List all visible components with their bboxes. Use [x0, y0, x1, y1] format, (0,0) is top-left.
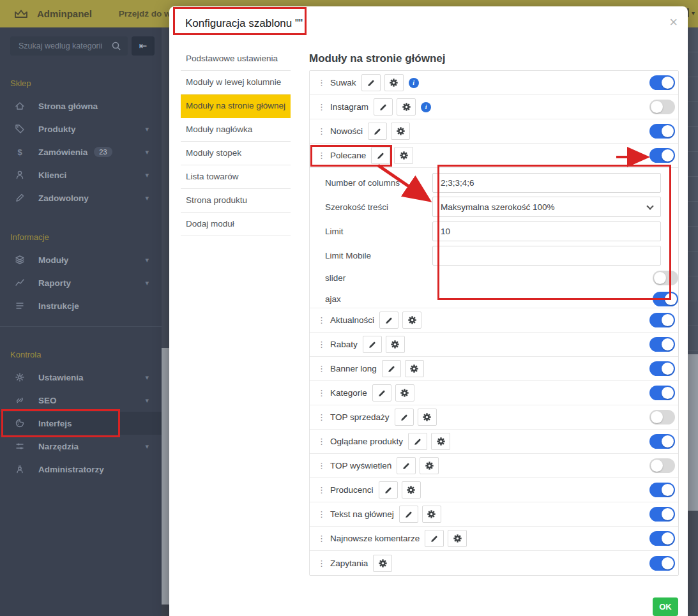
module-toggle[interactable] — [649, 458, 675, 473]
edit-button[interactable] — [408, 433, 427, 450]
settings-button[interactable] — [394, 147, 413, 164]
sidebar-item-ustawienia[interactable]: Ustawienia▾ — [0, 366, 162, 389]
drag-handle-icon[interactable]: ⋮ — [317, 315, 325, 325]
drag-handle-icon[interactable]: ⋮ — [317, 364, 325, 373]
settings-button[interactable] — [405, 360, 424, 377]
settings-select-szeroko-tre-ci[interactable]: Maksymalna szerokość 100% — [432, 197, 661, 217]
module-toggle[interactable] — [649, 531, 675, 546]
modal-menu-item-modu-y-na-stronie-g-wnej[interactable]: Moduły na stronie głównej — [181, 94, 291, 118]
collapse-sidebar-button[interactable]: ⇤ — [132, 36, 155, 56]
drag-handle-icon[interactable]: ⋮ — [317, 151, 325, 160]
settings-button[interactable] — [373, 555, 392, 572]
drag-handle-icon[interactable]: ⋮ — [317, 559, 325, 568]
pencil-icon — [402, 462, 411, 470]
modal-menu-item-modu-y-w-lewej-kolumnie[interactable]: Moduły w lewej kolumnie — [181, 71, 291, 94]
settings-label: Szerokość treści — [310, 202, 432, 212]
gear-icon — [400, 388, 409, 398]
drag-handle-icon[interactable]: ⋮ — [317, 412, 325, 422]
pencil-icon — [413, 437, 422, 446]
drag-handle-icon[interactable]: ⋮ — [317, 437, 325, 446]
drag-handle-icon[interactable]: ⋮ — [317, 461, 325, 470]
modal-menu-item-strona-produktu[interactable]: Strona produktu — [181, 189, 291, 213]
settings-input-limit-mobile[interactable] — [432, 246, 661, 266]
settings-button[interactable] — [422, 506, 441, 523]
settings-button[interactable] — [431, 433, 450, 450]
edit-button[interactable] — [372, 384, 391, 402]
drag-handle-icon[interactable]: ⋮ — [317, 388, 325, 398]
edit-button[interactable] — [379, 312, 398, 329]
edit-button[interactable] — [382, 360, 401, 377]
sidebar-item-instrukcje[interactable]: Instrukcje — [0, 294, 162, 317]
edit-button[interactable] — [379, 481, 398, 499]
module-toggle[interactable] — [649, 313, 675, 327]
modal-menu-item-modu-y-stopek[interactable]: Moduły stopek — [181, 142, 291, 165]
sidebar-item-modu-y[interactable]: Moduły▾ — [0, 248, 162, 271]
module-toggle[interactable] — [649, 75, 675, 90]
sidebar-item-raporty[interactable]: Raporty▾ — [0, 271, 162, 294]
module-toggle[interactable] — [649, 507, 675, 522]
settings-input-number-of-columns[interactable] — [432, 173, 661, 193]
sidebar-item-seo[interactable]: SEO▾ — [0, 389, 162, 412]
info-icon[interactable]: i — [421, 102, 431, 112]
edit-button[interactable] — [361, 74, 381, 91]
modal-menu-item-lista-towar-w[interactable]: Lista towarów — [181, 165, 291, 189]
edit-button[interactable] — [425, 530, 444, 547]
settings-button[interactable] — [391, 123, 410, 140]
drag-handle-icon[interactable]: ⋮ — [317, 340, 325, 349]
settings-button[interactable] — [420, 457, 439, 474]
module-toggle[interactable] — [649, 148, 675, 163]
search-input[interactable]: Szukaj wedlug kategorii — [10, 36, 128, 56]
module-toggle[interactable] — [649, 410, 675, 424]
search-placeholder: Szukaj wedlug kategorii — [19, 41, 102, 50]
module-toggle[interactable] — [649, 556, 675, 571]
ok-button[interactable]: OK — [653, 597, 678, 616]
edit-button[interactable] — [374, 98, 393, 116]
edit-button[interactable] — [363, 336, 382, 353]
settings-button[interactable] — [395, 384, 414, 402]
close-icon[interactable]: × — [669, 14, 678, 31]
settings-button[interactable] — [402, 481, 421, 499]
settings-button[interactable] — [384, 74, 404, 91]
sidebar-item-zadowolony[interactable]: Zadowolony▾ — [0, 186, 162, 209]
drag-handle-icon[interactable]: ⋮ — [317, 485, 325, 495]
drag-handle-icon[interactable]: ⋮ — [317, 78, 325, 87]
pencil-icon — [367, 79, 376, 87]
edit-button[interactable] — [397, 457, 416, 474]
sidebar-item-produkty[interactable]: Produkty▾ — [0, 117, 162, 140]
sidebar-item-administratorzy[interactable]: Administratorzy — [0, 458, 162, 481]
edit-button[interactable] — [371, 147, 390, 164]
sidebar-item-klienci[interactable]: Klienci▾ — [0, 163, 162, 186]
sidebar-item-narz-dzia[interactable]: Narzędzia▾ — [0, 435, 162, 458]
settings-button[interactable] — [386, 336, 405, 353]
drag-handle-icon[interactable]: ⋮ — [317, 509, 325, 519]
module-toggle[interactable] — [649, 386, 675, 400]
module-toggle[interactable] — [649, 483, 675, 497]
drag-handle-icon[interactable]: ⋮ — [317, 534, 325, 543]
sidebar-item-zam-wienia[interactable]: $Zamówienia23▾ — [0, 140, 162, 163]
settings-toggle-ajax[interactable] — [653, 292, 678, 306]
module-toggle[interactable] — [649, 434, 675, 449]
module-toggle[interactable] — [649, 124, 675, 139]
settings-button[interactable] — [402, 312, 421, 329]
sidebar-item-strona-g-wna[interactable]: Strona główna — [0, 94, 162, 117]
settings-input-limit[interactable] — [432, 222, 661, 241]
module-toggle[interactable] — [649, 361, 675, 376]
modal-menu-item-dodaj-modu[interactable]: Dodaj moduł — [181, 213, 291, 236]
settings-toggle-slider[interactable] — [653, 271, 678, 285]
info-icon[interactable]: i — [409, 78, 419, 88]
modal-menu-item-podstawowe-ustawienia[interactable]: Podstawowe ustawienia — [181, 47, 291, 71]
search-icon[interactable] — [111, 41, 121, 51]
module-row-polecane: ⋮Polecane — [310, 144, 678, 168]
drag-handle-icon[interactable]: ⋮ — [317, 102, 325, 112]
settings-button[interactable] — [448, 530, 467, 547]
edit-button[interactable] — [368, 123, 387, 140]
sidebar-item-interfejs[interactable]: Interfejs — [0, 412, 162, 435]
module-toggle[interactable] — [649, 337, 675, 352]
drag-handle-icon[interactable]: ⋮ — [317, 126, 325, 136]
settings-button[interactable] — [397, 98, 416, 116]
settings-button[interactable] — [418, 409, 437, 426]
edit-button[interactable] — [399, 506, 418, 523]
module-toggle[interactable] — [649, 100, 675, 114]
edit-button[interactable] — [395, 409, 414, 426]
modal-menu-item-modu-y-nag-wka[interactable]: Moduły nagłówka — [181, 118, 291, 142]
